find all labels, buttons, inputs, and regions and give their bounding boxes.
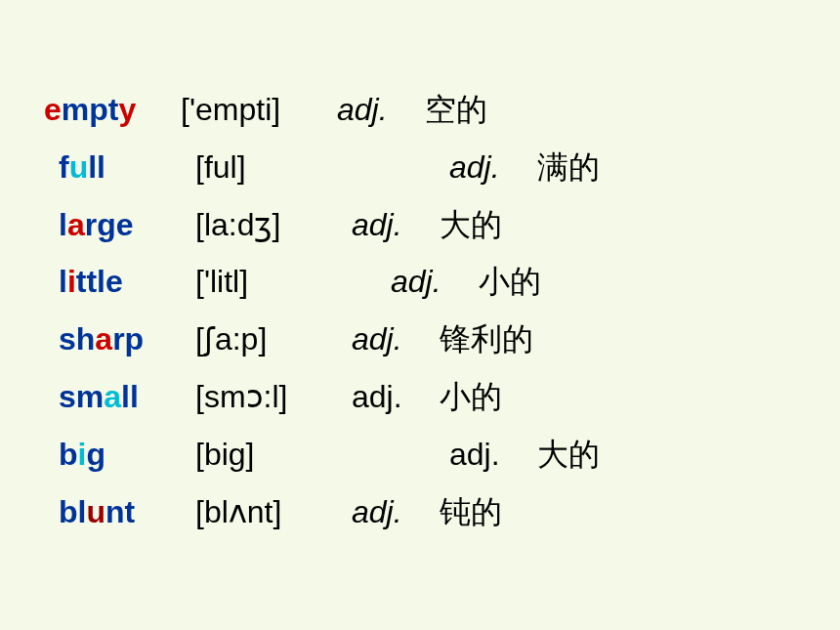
definition: 大的 <box>537 433 600 477</box>
word-highlight: a <box>67 207 85 242</box>
word: large <box>59 203 195 247</box>
definition: 大的 <box>440 203 502 247</box>
word-highlight: u <box>69 149 89 185</box>
word-part: g <box>86 437 105 472</box>
vocab-row: big[big]adj.大的 <box>44 433 796 477</box>
word-highlight: a <box>104 379 121 414</box>
word-highlight: e <box>44 92 62 127</box>
word-part: sh <box>59 321 95 357</box>
definition: 空的 <box>425 88 487 132</box>
word-part: rp <box>112 321 144 357</box>
word-part: ll <box>121 379 139 414</box>
vocab-row: empty['empti]adj.空的 <box>44 88 796 132</box>
word-highlight: i <box>67 264 76 299</box>
part-of-speech: adj. <box>449 146 537 189</box>
vocab-row: blunt[blʌnt]adj.钝的 <box>44 490 796 534</box>
part-of-speech: adj. <box>337 88 425 132</box>
vocab-slide: empty['empti]adj.空的full[ful]adj.满的large[… <box>0 0 840 533</box>
part-of-speech: adj. <box>352 490 440 534</box>
pronunciation: ['empti] <box>181 88 337 132</box>
vocab-row: full[ful]adj.满的 <box>44 146 796 189</box>
word-part: sm <box>59 379 104 414</box>
word: little <box>59 260 195 304</box>
word: full <box>59 146 195 189</box>
word-part: f <box>59 149 69 185</box>
pronunciation: [big] <box>195 433 449 477</box>
word-part: b <box>59 437 78 472</box>
pronunciation: ['litl] <box>195 260 391 304</box>
definition: 锋利的 <box>440 317 533 361</box>
word-part: l <box>59 207 67 242</box>
part-of-speech: adj. <box>352 203 440 247</box>
vocab-list: empty['empti]adj.空的full[ful]adj.满的large[… <box>44 88 796 533</box>
pronunciation: [ʃa:p] <box>195 317 352 361</box>
vocab-row: little['litl]adj.小的 <box>44 260 796 304</box>
definition: 小的 <box>479 260 541 304</box>
word: small <box>59 375 195 419</box>
vocab-row: small[smɔ:l]adj.小的 <box>44 375 796 419</box>
definition: 钝的 <box>440 490 502 534</box>
pronunciation: [ful] <box>195 146 449 189</box>
word-part: rge <box>85 207 134 242</box>
word-part: ttle <box>76 264 123 299</box>
vocab-row: large[la:dʒ]adj.大的 <box>44 203 796 247</box>
definition: 小的 <box>440 375 502 419</box>
part-of-speech: adj. <box>352 317 440 361</box>
part-of-speech: adj. <box>352 375 440 419</box>
pronunciation: [blʌnt] <box>195 490 352 534</box>
vocab-row: sharp[ʃa:p]adj.锋利的 <box>44 317 796 361</box>
word: blunt <box>59 490 195 534</box>
word: sharp <box>59 317 195 361</box>
word-highlight: y <box>118 92 136 127</box>
word-highlight: a <box>95 321 112 357</box>
word: big <box>59 433 195 477</box>
word-part: l <box>59 264 67 299</box>
part-of-speech: adj. <box>449 433 537 477</box>
definition: 满的 <box>537 146 600 189</box>
word: empty <box>44 88 181 132</box>
word-part: bl <box>59 494 86 529</box>
word-part: ll <box>88 149 105 185</box>
pronunciation: [la:dʒ] <box>195 203 352 247</box>
pronunciation: [smɔ:l] <box>195 375 352 419</box>
part-of-speech: adj. <box>391 260 479 304</box>
word-highlight: u <box>86 494 105 529</box>
word-part: nt <box>105 494 135 529</box>
word-part: mpt <box>62 92 119 127</box>
